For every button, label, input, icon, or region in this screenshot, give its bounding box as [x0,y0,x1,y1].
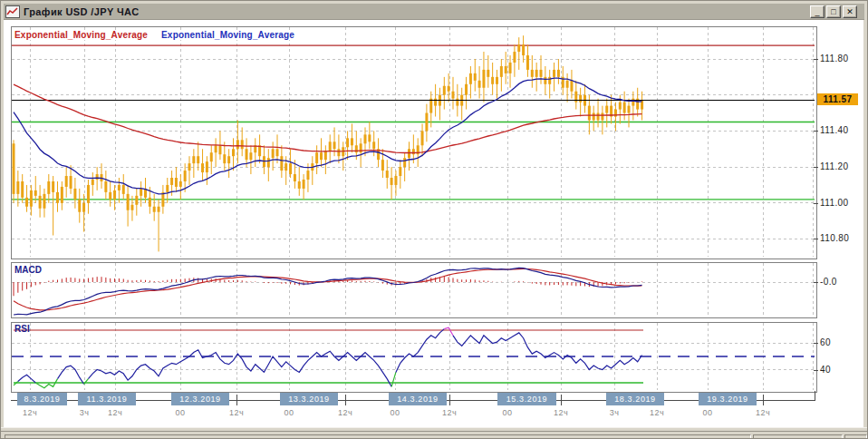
candlestick [496,70,498,99]
legend-ema-blue: Exponential_Moving_Average [161,30,294,40]
rsi-tick-label: 40 [820,365,831,375]
price-tick-label: 110.80 [820,233,849,243]
candlestick [628,99,631,128]
candlestick [553,63,555,92]
time-label: 00 [502,408,512,417]
candlestick [474,59,477,92]
macd-pane[interactable]: MACD [11,262,817,318]
status-panel-right [753,434,843,439]
candlestick [562,66,564,95]
candlestick [47,174,50,203]
candlestick [197,141,199,171]
legend-ema-red: Exponential_Moving_Average [14,30,148,40]
candlestick [206,156,208,185]
time-tick [449,395,450,405]
candlestick [491,63,494,95]
candlestick [360,138,362,167]
date-label: 11.3.2019 [78,393,136,405]
rsi-tick [814,370,818,371]
price-tick-label: 111.00 [820,198,849,208]
candlestick [258,134,261,163]
candlestick [623,92,626,121]
candlestick [632,92,634,121]
candlestick [333,127,336,156]
maximize-button[interactable]: □ [826,5,841,18]
candlestick [65,167,68,198]
date-label: 14.3.2019 [389,393,447,405]
candlestick [329,134,332,163]
candlestick [303,174,305,200]
candlestick [201,149,204,181]
price-chart-pane[interactable]: Exponential_Moving_Average Exponential_M… [11,26,817,259]
candlestick [135,189,138,216]
candlestick [574,81,577,110]
candlestick [280,145,283,178]
candlestick [478,66,481,99]
candlestick [487,55,489,88]
candlestick [540,55,543,84]
candlestick [443,77,446,110]
candlestick [570,70,573,99]
time-tick [345,395,346,405]
candlestick [566,73,569,102]
time-axis-end-tick [815,391,815,401]
candlestick [161,185,164,214]
candlestick [298,167,301,196]
candlestick [425,104,428,142]
candlestick [403,152,406,181]
candlestick [364,127,367,156]
time-label: 12ч [554,408,568,417]
candlestick [25,185,28,212]
window-titlebar[interactable]: График USD /JPY ЧАС _ □ ✕ [4,4,864,20]
rsi-pane[interactable]: RSI [11,322,817,393]
status-bar [1,431,868,439]
candlestick [557,59,560,84]
rsi-label: RSI [14,324,30,334]
macd-axis-tick [814,282,818,283]
candlestick [249,145,252,174]
price-tick [814,203,818,204]
candlestick [641,92,643,121]
candlestick [391,167,393,200]
candlestick [78,189,81,223]
date-label: 18.3.2019 [606,393,664,405]
candlestick [246,138,248,167]
candlestick [13,140,15,202]
candlestick [272,141,275,171]
candlestick [254,138,256,167]
time-label: 00 [284,408,294,417]
candlestick [232,138,235,171]
time-tick [561,395,562,405]
time-tick [236,395,237,405]
candlestick [399,160,401,189]
candlestick [610,95,612,124]
candlestick [140,181,142,207]
minimize-button[interactable]: _ [810,5,825,18]
window-controls: _ □ ✕ [810,5,857,18]
candlestick [210,145,213,174]
candlestick [267,149,270,181]
candlestick [311,156,313,185]
window-title: График USD /JPY ЧАС [24,6,810,17]
candlestick [342,141,344,171]
candlestick [460,88,463,121]
candlestick [544,66,546,95]
candlestick [597,99,600,128]
candlestick [526,44,529,77]
date-label: 13.3.2019 [280,393,338,405]
candlestick [601,106,603,135]
candlestick [61,181,63,210]
candlestick [175,167,178,192]
candlestick [421,123,424,156]
candlestick [39,185,42,218]
candlestick [153,194,156,221]
date-label: 12.3.2019 [171,393,229,405]
rsi-tick [814,343,818,344]
close-button[interactable]: ✕ [843,5,857,18]
time-label: 12ч [650,408,664,417]
candlestick [188,156,191,185]
candlestick [56,181,59,212]
price-tick-label: 111.80 [820,54,849,63]
time-label: 3ч [80,408,90,417]
time-label: 12ч [108,408,122,417]
